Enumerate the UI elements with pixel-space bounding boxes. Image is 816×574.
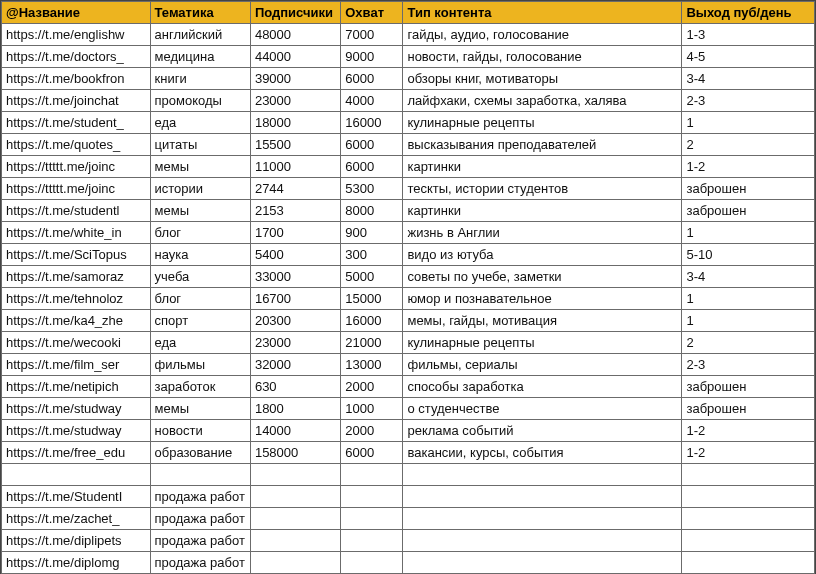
cell-content-type[interactable]: жизнь в Англии [403, 222, 682, 244]
cell-name[interactable]: https://t.me/quotes_ [2, 134, 151, 156]
cell-subscribers[interactable]: 23000 [250, 90, 340, 112]
cell-name[interactable]: https://t.me/zachet_ [2, 508, 151, 530]
cell-name[interactable]: https://t.me/white_in [2, 222, 151, 244]
cell-reach[interactable]: 13000 [341, 354, 403, 376]
cell-posts-per-day[interactable]: 1-2 [682, 442, 815, 464]
cell-topic[interactable]: новости [150, 420, 250, 442]
cell-posts-per-day[interactable]: 1-2 [682, 420, 815, 442]
cell-subscribers[interactable]: 5400 [250, 244, 340, 266]
cell-content-type[interactable]: тескты, истории студентов [403, 178, 682, 200]
cell-reach[interactable] [341, 552, 403, 574]
cell-content-type[interactable]: картинки [403, 200, 682, 222]
cell-topic[interactable]: спорт [150, 310, 250, 332]
cell-topic[interactable]: учеба [150, 266, 250, 288]
cell-subscribers[interactable] [250, 530, 340, 552]
cell-name[interactable]: https://t.me/ka4_zhe [2, 310, 151, 332]
cell-name[interactable]: https://t.me/StudentI [2, 486, 151, 508]
cell-posts-per-day[interactable]: 4-5 [682, 46, 815, 68]
cell-reach[interactable]: 6000 [341, 442, 403, 464]
cell-content-type[interactable]: юмор и познавательное [403, 288, 682, 310]
cell-reach[interactable]: 16000 [341, 112, 403, 134]
cell-name[interactable]: https://ttttt.me/joinc [2, 178, 151, 200]
cell-subscribers[interactable]: 20300 [250, 310, 340, 332]
cell-reach[interactable] [341, 508, 403, 530]
cell-content-type[interactable]: фильмы, сериалы [403, 354, 682, 376]
cell-reach[interactable]: 4000 [341, 90, 403, 112]
cell-posts-per-day[interactable] [682, 530, 815, 552]
cell-subscribers[interactable]: 15500 [250, 134, 340, 156]
cell-topic[interactable]: еда [150, 332, 250, 354]
cell-content-type[interactable]: вакансии, курсы, события [403, 442, 682, 464]
cell-posts-per-day[interactable] [682, 508, 815, 530]
cell-reach[interactable] [341, 486, 403, 508]
cell-reach[interactable]: 7000 [341, 24, 403, 46]
cell-reach[interactable]: 6000 [341, 68, 403, 90]
cell-subscribers[interactable] [250, 464, 340, 486]
cell-topic[interactable]: мемы [150, 156, 250, 178]
cell-topic[interactable]: продажа работ [150, 486, 250, 508]
cell-reach[interactable]: 6000 [341, 156, 403, 178]
cell-content-type[interactable]: обзоры книг, мотиваторы [403, 68, 682, 90]
cell-content-type[interactable]: мемы, гайды, мотивация [403, 310, 682, 332]
cell-content-type[interactable] [403, 530, 682, 552]
cell-subscribers[interactable]: 2744 [250, 178, 340, 200]
cell-subscribers[interactable]: 39000 [250, 68, 340, 90]
cell-subscribers[interactable]: 14000 [250, 420, 340, 442]
cell-reach[interactable]: 2000 [341, 376, 403, 398]
cell-topic[interactable]: заработок [150, 376, 250, 398]
cell-reach[interactable]: 900 [341, 222, 403, 244]
cell-posts-per-day[interactable]: 1-3 [682, 24, 815, 46]
cell-posts-per-day[interactable]: 2-3 [682, 90, 815, 112]
cell-topic[interactable]: медицина [150, 46, 250, 68]
cell-name[interactable] [2, 464, 151, 486]
cell-reach[interactable]: 6000 [341, 134, 403, 156]
cell-content-type[interactable]: кулинарные рецепты [403, 332, 682, 354]
cell-content-type[interactable]: о студенчестве [403, 398, 682, 420]
cell-name[interactable]: https://t.me/free_edu [2, 442, 151, 464]
cell-posts-per-day[interactable]: 1 [682, 222, 815, 244]
cell-posts-per-day[interactable] [682, 464, 815, 486]
cell-name[interactable]: https://t.me/studway [2, 420, 151, 442]
cell-topic[interactable]: наука [150, 244, 250, 266]
cell-posts-per-day[interactable]: 2 [682, 332, 815, 354]
cell-name[interactable]: https://t.me/joinchat [2, 90, 151, 112]
cell-posts-per-day[interactable]: 2 [682, 134, 815, 156]
cell-posts-per-day[interactable]: заброшен [682, 200, 815, 222]
cell-content-type[interactable]: новости, гайды, голосование [403, 46, 682, 68]
cell-subscribers[interactable]: 16700 [250, 288, 340, 310]
cell-reach[interactable]: 9000 [341, 46, 403, 68]
cell-topic[interactable] [150, 464, 250, 486]
cell-name[interactable]: https://t.me/wecooki [2, 332, 151, 354]
cell-topic[interactable]: фильмы [150, 354, 250, 376]
cell-posts-per-day[interactable] [682, 552, 815, 574]
cell-reach[interactable]: 5300 [341, 178, 403, 200]
cell-content-type[interactable] [403, 464, 682, 486]
cell-posts-per-day[interactable] [682, 486, 815, 508]
cell-name[interactable]: https://t.me/bookfron [2, 68, 151, 90]
cell-posts-per-day[interactable]: заброшен [682, 178, 815, 200]
cell-subscribers[interactable]: 1800 [250, 398, 340, 420]
cell-posts-per-day[interactable]: 1 [682, 310, 815, 332]
cell-reach[interactable]: 5000 [341, 266, 403, 288]
cell-content-type[interactable]: способы заработка [403, 376, 682, 398]
cell-subscribers[interactable]: 23000 [250, 332, 340, 354]
cell-posts-per-day[interactable]: 3-4 [682, 68, 815, 90]
cell-posts-per-day[interactable]: 2-3 [682, 354, 815, 376]
cell-subscribers[interactable]: 11000 [250, 156, 340, 178]
cell-content-type[interactable]: реклама событий [403, 420, 682, 442]
cell-content-type[interactable]: лайфхаки, схемы заработка, халява [403, 90, 682, 112]
cell-content-type[interactable]: высказывания преподавателей [403, 134, 682, 156]
cell-topic[interactable]: английский [150, 24, 250, 46]
cell-subscribers[interactable] [250, 486, 340, 508]
cell-subscribers[interactable]: 48000 [250, 24, 340, 46]
cell-content-type[interactable] [403, 508, 682, 530]
cell-name[interactable]: https://t.me/diplomg [2, 552, 151, 574]
cell-name[interactable]: https://ttttt.me/joinc [2, 156, 151, 178]
cell-name[interactable]: https://t.me/doctors_ [2, 46, 151, 68]
cell-reach[interactable]: 16000 [341, 310, 403, 332]
cell-name[interactable]: https://t.me/film_ser [2, 354, 151, 376]
cell-name[interactable]: https://t.me/diplipets [2, 530, 151, 552]
cell-reach[interactable]: 1000 [341, 398, 403, 420]
cell-reach[interactable]: 2000 [341, 420, 403, 442]
cell-content-type[interactable] [403, 552, 682, 574]
